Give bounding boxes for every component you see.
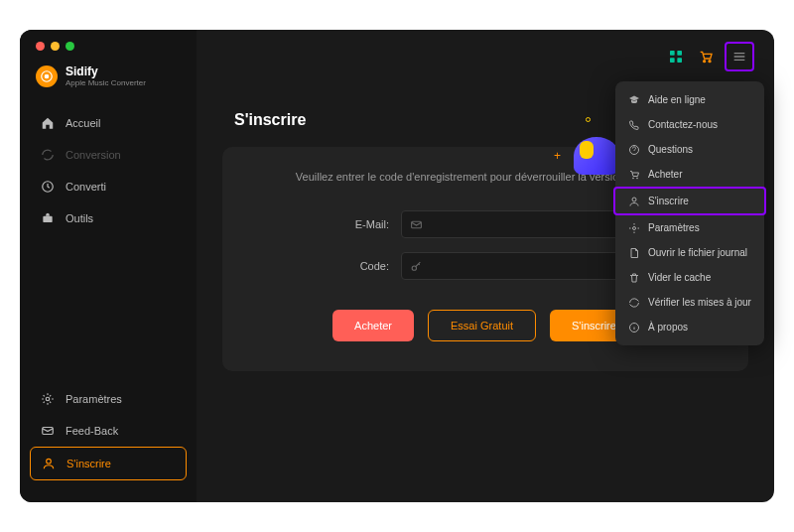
svg-rect-8 <box>677 51 682 56</box>
menu-contact[interactable]: Contactez-nous <box>615 112 764 137</box>
menu-maj[interactable]: Vérifier les mises à jour <box>615 290 764 315</box>
user-icon <box>41 456 57 471</box>
cart-icon[interactable] <box>695 46 717 67</box>
gear-icon <box>627 221 640 234</box>
cart-icon <box>627 168 640 181</box>
key-icon <box>410 259 424 273</box>
svg-rect-10 <box>677 58 682 63</box>
brand-name: Sidify <box>66 65 146 78</box>
file-icon <box>627 246 640 259</box>
home-icon <box>40 115 56 131</box>
nav-label: Paramètres <box>66 393 122 405</box>
svg-point-1 <box>45 74 49 78</box>
email-label: E-Mail: <box>341 218 389 230</box>
menu-label: Acheter <box>648 169 682 180</box>
menu-label: Vider le cache <box>648 272 711 283</box>
nav-label: Feed-Back <box>66 425 118 437</box>
svg-rect-3 <box>43 216 52 222</box>
mail-icon <box>410 217 424 231</box>
email-field[interactable] <box>401 210 629 238</box>
refresh-icon <box>40 147 56 163</box>
menu-label: À propos <box>648 322 688 332</box>
brand-logo-icon <box>36 66 58 87</box>
nav-converti[interactable]: Converti <box>30 171 187 202</box>
menu-label: Vérifier les mises à jour <box>648 297 751 308</box>
menu-acheter[interactable]: Acheter <box>615 162 764 187</box>
nav-label: Accueil <box>66 117 100 129</box>
menu-label: Ouvrir le fichier journal <box>648 247 747 258</box>
info-icon <box>627 321 640 333</box>
menu-questions[interactable]: Questions <box>615 137 764 162</box>
menu-aide[interactable]: Aide en ligne <box>615 87 764 112</box>
nav-feedback[interactable]: Feed-Back <box>30 415 187 447</box>
gear-icon <box>40 391 56 407</box>
hamburger-highlight <box>725 42 754 71</box>
nav-outils[interactable]: Outils <box>30 202 187 234</box>
menu-label: Questions <box>648 144 693 155</box>
nav-conversion[interactable]: Conversion <box>30 139 187 171</box>
menu-sinscrire[interactable]: S'inscrire <box>613 187 766 215</box>
svg-rect-7 <box>670 51 675 56</box>
graduation-icon <box>627 93 640 106</box>
menu-label: Aide en ligne <box>648 94 706 105</box>
menu-label: Paramètres <box>648 222 700 233</box>
phone-icon <box>627 118 640 131</box>
question-icon <box>627 143 640 156</box>
nav-parametres[interactable]: Paramètres <box>30 383 187 415</box>
refresh-icon <box>627 296 640 309</box>
svg-rect-9 <box>670 58 675 63</box>
hamburger-menu-icon[interactable] <box>728 46 750 67</box>
window-maximize[interactable] <box>66 42 74 51</box>
menu-apropos[interactable]: À propos <box>615 315 764 339</box>
svg-point-6 <box>47 459 52 464</box>
menu-parametres[interactable]: Paramètres <box>615 215 764 240</box>
nav-accueil[interactable]: Accueil <box>30 107 187 139</box>
apps-grid-icon[interactable] <box>665 46 687 67</box>
code-label: Code: <box>341 260 389 272</box>
nav-label: S'inscrire <box>66 458 111 469</box>
mail-icon <box>40 423 56 439</box>
brand: Sidify Apple Music Converter <box>20 59 197 99</box>
user-icon <box>627 195 640 207</box>
menu-cache[interactable]: Vider le cache <box>615 265 764 290</box>
nav-label: Conversion <box>66 149 121 161</box>
main-menu: Aide en ligne Contactez-nous Questions A… <box>615 81 764 345</box>
svg-point-19 <box>632 226 635 229</box>
window-minimize[interactable] <box>51 42 60 51</box>
svg-point-16 <box>632 178 633 179</box>
clock-icon <box>40 179 56 195</box>
svg-point-14 <box>412 266 416 270</box>
menu-journal[interactable]: Ouvrir le fichier journal <box>615 240 764 265</box>
menu-label: S'inscrire <box>648 196 689 206</box>
svg-point-17 <box>636 178 637 179</box>
svg-point-11 <box>704 61 706 63</box>
window-close[interactable] <box>36 42 45 51</box>
code-field[interactable] <box>401 252 629 280</box>
nav-sinscrire[interactable]: S'inscrire <box>30 447 187 480</box>
nav-label: Converti <box>66 181 106 193</box>
svg-point-4 <box>46 397 50 401</box>
toolbox-icon <box>40 210 56 226</box>
svg-point-12 <box>709 61 711 63</box>
nav-label: Outils <box>66 212 93 224</box>
trash-icon <box>627 271 640 284</box>
brand-sub: Apple Music Converter <box>66 78 146 87</box>
buy-button[interactable]: Acheter <box>332 310 414 341</box>
trial-button[interactable]: Essai Gratuit <box>428 310 536 341</box>
svg-point-18 <box>632 198 636 201</box>
menu-label: Contactez-nous <box>648 119 718 130</box>
